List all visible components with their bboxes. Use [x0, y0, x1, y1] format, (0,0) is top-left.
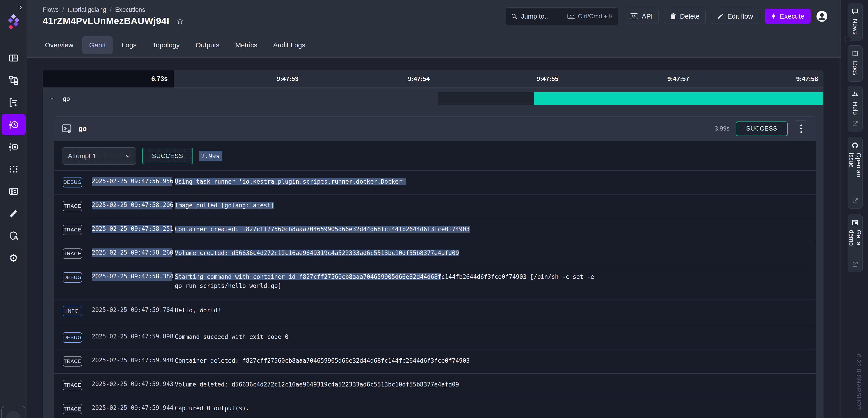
delete-button[interactable]: Delete [664, 9, 706, 24]
apps-icon [8, 164, 19, 174]
external-link-icon [851, 198, 859, 204]
log-message: Command succeed with exit code 0 [175, 332, 288, 341]
task-menu-button[interactable] [794, 120, 808, 137]
timeline-tick: 9:47:53 [277, 75, 299, 82]
sidebar-item-settings[interactable]: ⚙ [2, 253, 26, 263]
dashboard-icon [8, 53, 19, 63]
rail-collapse-notch[interactable] [844, 36, 851, 42]
user-avatar[interactable] [816, 10, 828, 22]
chevron-down-icon [125, 153, 130, 159]
kestra-logo[interactable] [7, 13, 21, 34]
rail-tab-help[interactable]: Help [847, 86, 863, 132]
sidebar-item-executions[interactable] [2, 114, 26, 135]
timeline-tick: 9:47:58 [796, 75, 818, 82]
log-row: DEBUG 2025-02-25 09:47:59.898 Command su… [54, 326, 816, 350]
log-row: TRACE 2025-02-25 09:47:58.260 Volume cre… [54, 242, 816, 266]
log-level-badge: TRACE [63, 201, 82, 211]
left-sidebar: › [0, 0, 27, 418]
gantt-total-duration: 6.73s [43, 70, 174, 88]
log-list: DEBUG 2025-02-25 09:47:56.956 Using task… [54, 171, 816, 418]
gantt-task-row[interactable]: go [43, 88, 824, 109]
tab-audit-logs[interactable]: Audit Logs [266, 36, 312, 54]
gantt-bar-waiting[interactable] [438, 92, 534, 105]
tab-outputs[interactable]: Outputs [189, 36, 226, 54]
tab-gantt[interactable]: Gantt [83, 36, 113, 54]
log-message: Using task runner 'io.kestra.plugin.scri… [175, 177, 406, 186]
breadcrumb-flows[interactable]: Flows [43, 6, 59, 13]
sidebar-item-logs[interactable] [2, 142, 26, 152]
rail-tab-open-an-issue[interactable]: Open an issue [847, 137, 863, 209]
log-timestamp: 2025-02-25 09:47:58.260 [92, 248, 172, 257]
log-level-badge: TRACE [63, 404, 82, 414]
external-link-icon [851, 261, 859, 268]
favorite-star-icon[interactable]: ☆ [176, 17, 184, 25]
sidebar-item-plugins[interactable] [2, 208, 26, 219]
task-card-header: go 3.99s SUCCESS [54, 116, 816, 141]
gantt-timeline-header: 6.73s 9:47:53 9:47:54 9:47:55 9:47:57 9:… [43, 70, 824, 88]
log-level-badge: DEBUG [63, 332, 82, 343]
search-icon [511, 13, 517, 20]
sidebar-expand-icon[interactable]: › [20, 3, 22, 11]
search-input[interactable]: Jump to... Ctrl/Cmd + K [506, 7, 618, 25]
log-message: Starting command with container id f827c… [175, 272, 594, 290]
log-timestamp: 2025-02-25 09:47:59.784 [92, 306, 172, 314]
log-message: Volume created: d56636c4d272c12c16ae9649… [175, 248, 459, 257]
external-link-icon [851, 120, 859, 127]
right-rail: News Docs Help Open an issue Get a demo … [840, 0, 868, 418]
breadcrumb-executions[interactable]: Executions [115, 6, 145, 13]
rail-tab-get-a-demo[interactable]: Get a demo [847, 214, 863, 272]
timeline-tick: 9:47:57 [668, 75, 689, 82]
lightning-icon [771, 13, 776, 20]
executions-icon [8, 119, 19, 130]
sidebar-item-administration[interactable] [2, 231, 26, 241]
tab-logs[interactable]: Logs [115, 36, 143, 54]
log-row: TRACE 2025-02-25 09:47:58.251 Container … [54, 218, 816, 242]
rail-tab-docs[interactable]: Docs [847, 45, 863, 81]
chevron-down-icon[interactable] [50, 96, 55, 101]
breadcrumb-flow-id[interactable]: tutorial.golang [68, 6, 106, 13]
topbar-actions: Jump to... Ctrl/Cmd + K API API Delete [506, 7, 828, 25]
attempt-duration: 2.99s [199, 151, 222, 162]
sidebar-item-flows[interactable] [2, 75, 26, 85]
console-script-icon [62, 124, 72, 134]
tab-overview[interactable]: Overview [38, 36, 80, 54]
slack-icon [851, 91, 859, 98]
sidebar-item-templates[interactable] [2, 97, 26, 108]
calendar-icon [851, 219, 859, 226]
tab-topology[interactable]: Topology [146, 36, 186, 54]
rail-tab-news[interactable]: News [847, 3, 863, 41]
gantt-bar-success[interactable] [534, 92, 823, 105]
log-row: INFO 2025-02-25 09:47:59.784 Hello, Worl… [54, 300, 816, 326]
tab-metrics[interactable]: Metrics [228, 36, 264, 54]
edit-flow-button[interactable]: Edit flow [711, 9, 759, 24]
github-icon [851, 142, 859, 149]
log-message: Image pulled [golang:latest] [175, 201, 274, 210]
log-timestamp: 2025-02-25 09:47:58.251 [92, 224, 172, 233]
attempt-status-badge: SUCCESS [142, 148, 193, 164]
page-title: 41rZM4PvLUnMezBAUWj94I [43, 15, 169, 26]
sidebar-item-blueprints[interactable] [2, 186, 26, 197]
sidebar-item-dashboard[interactable] [2, 53, 26, 63]
log-timestamp: 2025-02-25 09:47:59.943 [92, 380, 172, 388]
gantt-task-label: go [63, 95, 70, 102]
trash-icon [670, 13, 676, 20]
execute-button[interactable]: Execute [765, 9, 811, 24]
pencil-icon [717, 13, 724, 20]
sidebar-nav: ⚙ [0, 53, 27, 263]
sidebar-item-apps[interactable] [2, 164, 26, 174]
log-row: TRACE 2025-02-25 09:47:59.940 Container … [54, 350, 816, 374]
log-message: Hello, World! [175, 306, 221, 315]
attempt-select[interactable]: Attempt 1 [62, 147, 136, 165]
log-level-badge: DEBUG [63, 272, 82, 283]
log-timestamp: 2025-02-25 09:47:59.898 [92, 332, 172, 341]
feedback-widget[interactable] [1, 406, 25, 418]
log-level-badge: TRACE [63, 248, 82, 259]
search-placeholder: Jump to... [521, 13, 550, 20]
log-message: Container deleted: f827cff27560cb8aaa704… [175, 356, 470, 365]
api-button[interactable]: API API [624, 9, 659, 24]
shield-account-icon [8, 231, 19, 241]
gantt-content: 6.73s 9:47:53 9:47:54 9:47:55 9:47:57 9:… [27, 58, 840, 418]
search-shortcut-label: Ctrl/Cmd + K [578, 13, 613, 20]
timeline-tick: 9:47:55 [536, 75, 559, 82]
timeline-tick: 9:47:54 [408, 75, 430, 82]
